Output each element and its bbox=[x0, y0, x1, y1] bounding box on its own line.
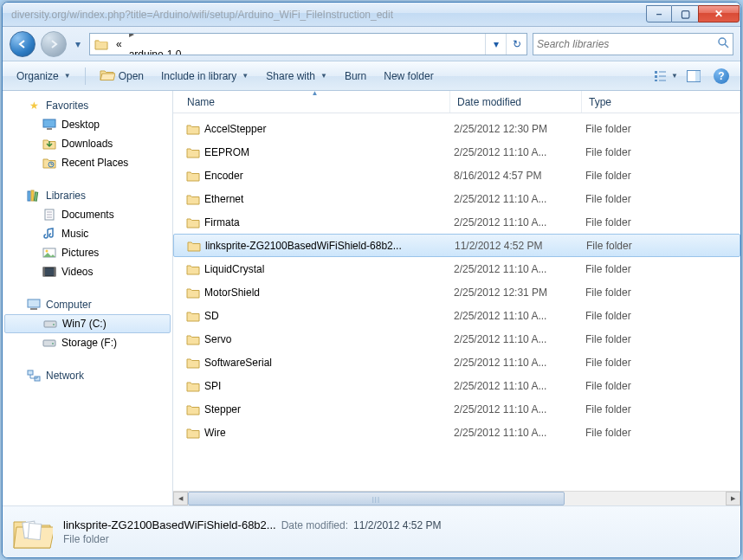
sidebar-item-storage-f-[interactable]: Storage (F:) bbox=[3, 333, 172, 352]
address-bar[interactable]: « Win7 (C:)▸ENGSOFT▸arduino-1.0▸librarie… bbox=[89, 33, 527, 55]
svg-rect-14 bbox=[31, 190, 34, 201]
include-library-button[interactable]: Include in library▼ bbox=[154, 67, 255, 86]
sidebar-item-documents[interactable]: Documents bbox=[3, 205, 172, 224]
details-date-label: Date modified: bbox=[281, 519, 348, 531]
view-options-button[interactable]: ▼ bbox=[654, 66, 678, 87]
search-icon[interactable] bbox=[717, 36, 729, 51]
file-date: 2/25/2012 11:10 A... bbox=[454, 216, 585, 229]
svg-point-21 bbox=[46, 250, 48, 253]
file-row[interactable]: SPI2/25/2012 11:10 A...File folder bbox=[173, 374, 740, 397]
file-row[interactable]: Stepper2/25/2012 11:10 A...File folder bbox=[173, 397, 740, 421]
folder-icon bbox=[177, 403, 201, 415]
history-dropdown[interactable]: ▾ bbox=[72, 35, 84, 53]
folder-icon bbox=[177, 380, 201, 392]
file-date: 8/16/2012 4:57 PM bbox=[454, 170, 585, 182]
file-name: AccelStepper bbox=[201, 123, 454, 135]
folder-icon bbox=[178, 240, 202, 252]
sidebar-favorites[interactable]: ★Favorites bbox=[3, 96, 172, 115]
sidebar-libraries[interactable]: Libraries bbox=[3, 186, 172, 205]
file-date: 2/25/2012 11:10 A... bbox=[454, 263, 585, 275]
file-name: Servo bbox=[201, 333, 454, 345]
navigation-pane[interactable]: ★FavoritesDesktopDownloadsRecent PlacesL… bbox=[3, 91, 173, 505]
file-type: File folder bbox=[585, 427, 737, 439]
file-row[interactable]: Ethernet2/25/2012 11:10 A...File folder bbox=[173, 187, 740, 210]
column-type[interactable]: Type bbox=[582, 91, 740, 113]
drive-icon bbox=[43, 317, 57, 331]
sort-indicator-icon: ▲ bbox=[312, 91, 319, 97]
search-input[interactable] bbox=[537, 38, 717, 50]
scroll-track[interactable]: ||| bbox=[188, 492, 726, 505]
file-type: File folder bbox=[585, 310, 737, 322]
details-name: linksprite-ZG2100BasedWiFiShield-68b2... bbox=[63, 518, 276, 531]
file-date: 2/25/2012 11:10 A... bbox=[454, 427, 585, 439]
file-row[interactable]: Encoder8/16/2012 4:57 PMFile folder bbox=[173, 164, 740, 187]
search-box[interactable] bbox=[533, 33, 733, 55]
open-folder-icon bbox=[100, 68, 115, 84]
breadcrumb-chevron-icon[interactable]: ▸ bbox=[126, 33, 185, 44]
desktop-icon bbox=[42, 118, 56, 132]
sidebar-computer[interactable]: Computer bbox=[3, 295, 172, 314]
help-button[interactable]: ? bbox=[709, 66, 733, 87]
maximize-button[interactable]: ▢ bbox=[672, 5, 698, 23]
sidebar-item-win7-c-[interactable]: Win7 (C:) bbox=[4, 314, 171, 333]
column-date[interactable]: Date modified bbox=[450, 91, 582, 113]
file-row[interactable]: AccelStepper2/25/2012 12:30 PMFile folde… bbox=[173, 117, 740, 140]
address-dropdown[interactable]: ▾ bbox=[485, 34, 506, 55]
scroll-left-button[interactable]: ◀ bbox=[173, 492, 188, 505]
share-with-button[interactable]: Share with▼ bbox=[259, 67, 334, 86]
pics-icon bbox=[42, 246, 56, 260]
file-date: 2/25/2012 11:10 A... bbox=[454, 310, 585, 322]
horizontal-scrollbar[interactable]: ◀ ||| ▶ bbox=[173, 491, 740, 505]
scroll-right-button[interactable]: ▶ bbox=[726, 492, 740, 505]
open-button[interactable]: Open bbox=[93, 64, 151, 87]
preview-pane-button[interactable] bbox=[682, 66, 706, 87]
column-name[interactable]: Name ▲ bbox=[173, 91, 450, 113]
file-type: File folder bbox=[585, 333, 737, 345]
svg-rect-23 bbox=[43, 267, 45, 276]
folder-icon bbox=[90, 38, 113, 50]
file-row[interactable]: SoftwareSerial2/25/2012 11:10 A...File f… bbox=[173, 351, 740, 374]
music-icon bbox=[42, 227, 56, 241]
sidebar-item-music[interactable]: Music bbox=[3, 224, 172, 243]
svg-rect-22 bbox=[43, 267, 55, 276]
minimize-button[interactable]: – bbox=[646, 5, 672, 23]
file-row[interactable]: SD2/25/2012 11:10 A...File folder bbox=[173, 304, 740, 327]
sidebar-item-videos[interactable]: Videos bbox=[3, 262, 172, 281]
burn-button[interactable]: Burn bbox=[338, 67, 373, 86]
file-list[interactable]: AccelStepper2/25/2012 12:30 PMFile folde… bbox=[173, 113, 740, 491]
scroll-thumb[interactable]: ||| bbox=[188, 492, 565, 505]
file-row[interactable]: Firmata2/25/2012 11:10 A...File folder bbox=[173, 210, 740, 234]
folder-icon bbox=[177, 263, 201, 275]
svg-rect-31 bbox=[28, 370, 33, 375]
sidebar-network[interactable]: Network bbox=[3, 366, 172, 385]
organize-button[interactable]: Organize▼ bbox=[10, 67, 78, 86]
sidebar-item-pictures[interactable]: Pictures bbox=[3, 243, 172, 262]
sidebar-item-recent-places[interactable]: Recent Places bbox=[3, 153, 172, 172]
file-type: File folder bbox=[585, 263, 737, 275]
file-row[interactable]: linksprite-ZG2100BasedWiFiShield-68b2...… bbox=[173, 234, 740, 257]
file-row[interactable]: EEPROM2/25/2012 11:10 A...File folder bbox=[173, 140, 740, 164]
close-button[interactable]: ✕ bbox=[698, 5, 740, 23]
svg-rect-27 bbox=[44, 321, 56, 327]
file-type: File folder bbox=[585, 403, 737, 415]
navigation-bar: ▾ « Win7 (C:)▸ENGSOFT▸arduino-1.0▸librar… bbox=[3, 27, 740, 61]
sidebar-item-desktop[interactable]: Desktop bbox=[3, 115, 172, 134]
file-row[interactable]: Wire2/25/2012 11:10 A...File folder bbox=[173, 421, 740, 444]
file-row[interactable]: LiquidCrystal2/25/2012 11:10 A...File fo… bbox=[173, 257, 740, 280]
sidebar-item-downloads[interactable]: Downloads bbox=[3, 134, 172, 153]
file-date: 2/25/2012 12:31 PM bbox=[454, 286, 585, 299]
refresh-button[interactable]: ↻ bbox=[506, 34, 527, 55]
new-folder-button[interactable]: New folder bbox=[377, 67, 440, 86]
file-name: LiquidCrystal bbox=[201, 263, 454, 275]
folder-icon bbox=[177, 193, 201, 205]
file-name: SPI bbox=[201, 380, 454, 392]
breadcrumb-segment[interactable]: arduino-1.0 bbox=[126, 44, 185, 55]
forward-button[interactable] bbox=[41, 31, 67, 57]
file-row[interactable]: Servo2/25/2012 11:10 A...File folder bbox=[173, 327, 740, 351]
file-date: 11/2/2012 4:52 PM bbox=[455, 240, 586, 252]
favorites-icon: ★ bbox=[27, 99, 41, 113]
breadcrumb-overflow[interactable]: « bbox=[113, 34, 126, 55]
file-row[interactable]: MotorShield2/25/2012 12:31 PMFile folder bbox=[173, 280, 740, 304]
back-button[interactable] bbox=[10, 31, 36, 57]
titlebar[interactable]: diversity.org/w/index.php?title=Arduino/… bbox=[3, 3, 740, 27]
